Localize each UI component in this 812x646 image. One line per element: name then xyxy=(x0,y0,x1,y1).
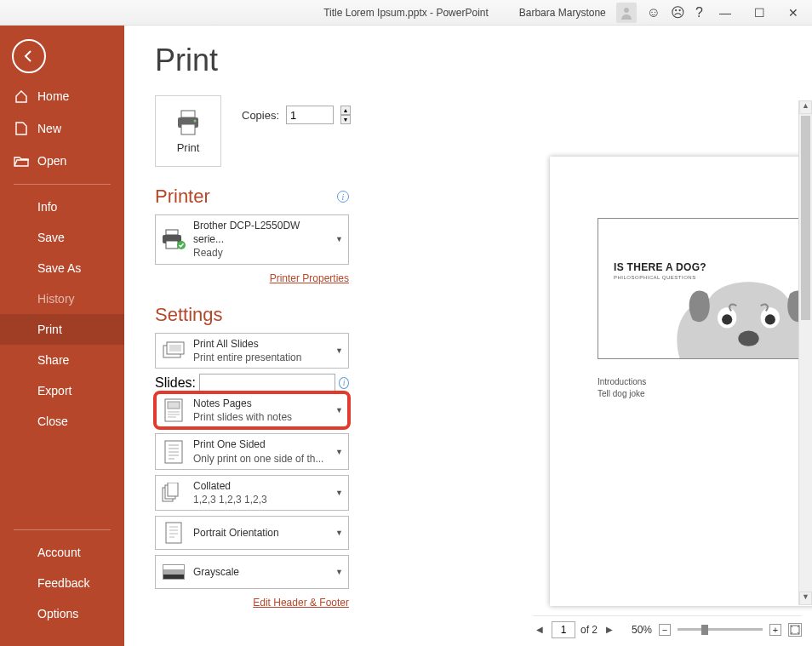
nav-history-label: History xyxy=(37,292,75,306)
dropdown-caret-icon: ▼ xyxy=(335,529,343,537)
happy-face-icon[interactable]: ☺ xyxy=(647,5,660,20)
print-preview-pane: IS THERE A DOG? PHILOSOPHICAL QUESTIONS xyxy=(550,100,788,605)
zoom-out-button[interactable]: − xyxy=(659,624,671,636)
nav-home-label: Home xyxy=(37,89,69,103)
minimize-button[interactable]: — xyxy=(713,6,737,20)
svg-rect-13 xyxy=(168,402,180,409)
user-avatar[interactable] xyxy=(616,3,637,23)
dropdown-caret-icon: ▼ xyxy=(335,448,343,456)
print-sides-sub: Only print on one side of th... xyxy=(193,452,329,466)
orientation-main: Portrait Orientation xyxy=(193,527,279,539)
help-icon[interactable]: ? xyxy=(695,5,703,20)
fit-to-window-button[interactable] xyxy=(788,623,802,637)
print-button-label: Print xyxy=(177,141,200,154)
nav-export[interactable]: Export xyxy=(0,375,124,406)
print-layout-dropdown[interactable]: Notes Pages Print slides with notes ▼ xyxy=(155,392,349,428)
print-sides-dropdown[interactable]: Print One Sided Only print on one side o… xyxy=(155,433,349,469)
zoom-in-button[interactable]: + xyxy=(769,624,781,636)
nav-save-as[interactable]: Save As xyxy=(0,253,124,283)
print-range-main: Print All Slides xyxy=(193,338,259,350)
notes-line-2: Tell dog joke xyxy=(598,388,646,400)
scroll-down-button[interactable]: ▼ xyxy=(799,592,812,605)
print-range-sub: Print entire presentation xyxy=(193,351,329,364)
svg-point-0 xyxy=(624,8,629,13)
copies-label: Copies: xyxy=(242,109,279,122)
svg-rect-3 xyxy=(181,124,195,134)
slides-stack-icon xyxy=(161,338,186,363)
zoom-controls: 50% − + xyxy=(632,623,802,637)
zoom-slider-thumb[interactable] xyxy=(701,625,708,635)
printer-device-icon xyxy=(161,226,186,252)
color-main: Grayscale xyxy=(193,566,239,578)
nav-options-label: Options xyxy=(37,607,78,620)
nav-info[interactable]: Info xyxy=(0,192,124,222)
nav-open[interactable]: Open xyxy=(0,145,124,177)
nav-share-label: Share xyxy=(37,353,69,367)
grayscale-icon xyxy=(161,559,186,585)
open-icon xyxy=(14,153,29,169)
color-dropdown[interactable]: Grayscale ▼ xyxy=(155,555,349,589)
printer-properties-link[interactable]: Printer Properties xyxy=(270,272,349,284)
orientation-dropdown[interactable]: Portrait Orientation ▼ xyxy=(155,516,349,550)
nav-new-label: New xyxy=(37,122,61,135)
nav-save-label: Save xyxy=(37,231,65,244)
printer-name: Brother DCP-L2550DW serie... xyxy=(193,220,300,245)
slides-input[interactable] xyxy=(199,374,335,392)
collate-sub: 1,2,3 1,2,3 1,2,3 xyxy=(193,493,329,506)
nav-options[interactable]: Options xyxy=(0,598,124,629)
next-page-button[interactable]: ▶ xyxy=(603,625,616,634)
prev-page-button[interactable]: ◀ xyxy=(533,625,546,634)
nav-print[interactable]: Print xyxy=(0,314,124,345)
svg-point-32 xyxy=(722,314,732,324)
preview-page: IS THERE A DOG? PHILOSOPHICAL QUESTIONS xyxy=(550,157,812,606)
home-icon xyxy=(14,89,29,104)
nav-save[interactable]: Save xyxy=(0,222,124,253)
nav-history[interactable]: History xyxy=(0,283,124,314)
dropdown-caret-icon: ▼ xyxy=(335,346,343,355)
slides-label: Slides: xyxy=(155,375,196,391)
print-button[interactable]: Print xyxy=(155,95,221,167)
nav-feedback[interactable]: Feedback xyxy=(0,568,124,598)
print-layout-sub: Print slides with notes xyxy=(193,410,329,424)
backstage-sidebar: Home New Open Info Save Save As History … xyxy=(0,26,124,646)
dropdown-caret-icon: ▼ xyxy=(335,489,343,497)
zoom-slider[interactable] xyxy=(678,628,763,631)
svg-rect-25 xyxy=(168,483,178,496)
copies-spin-down[interactable]: ▼ xyxy=(340,115,351,124)
svg-rect-2 xyxy=(181,111,195,117)
svg-point-35 xyxy=(738,331,758,346)
preview-scrollbar[interactable]: ▲ ▼ xyxy=(798,100,812,605)
dropdown-caret-icon: ▼ xyxy=(335,235,343,243)
slides-info-icon[interactable]: i xyxy=(339,377,349,389)
svg-point-4 xyxy=(194,119,197,122)
copies-spin-up[interactable]: ▲ xyxy=(340,106,351,115)
preview-slide: IS THERE A DOG? PHILOSOPHICAL QUESTIONS xyxy=(598,218,812,359)
nav-new[interactable]: New xyxy=(0,112,124,145)
edit-header-footer-link[interactable]: Edit Header & Footer xyxy=(253,597,349,609)
page-total-label: of 2 xyxy=(580,624,598,636)
zoom-percent-label: 50% xyxy=(632,624,652,636)
dog-image xyxy=(645,269,812,358)
nav-home[interactable]: Home xyxy=(0,80,124,112)
current-page-input[interactable] xyxy=(552,621,575,638)
scroll-up-button[interactable]: ▲ xyxy=(799,100,812,114)
nav-share[interactable]: Share xyxy=(0,345,124,375)
back-button[interactable] xyxy=(12,39,46,73)
collate-dropdown[interactable]: Collated 1,2,3 1,2,3 1,2,3 ▼ xyxy=(155,475,349,511)
nav-account[interactable]: Account xyxy=(0,537,124,568)
copies-input[interactable] xyxy=(286,106,334,124)
printer-info-icon[interactable]: i xyxy=(337,191,349,203)
svg-rect-26 xyxy=(166,523,181,543)
nav-close[interactable]: Close xyxy=(0,406,124,437)
printer-select-dropdown[interactable]: Brother DCP-L2550DW serie... Ready ▼ xyxy=(155,214,349,265)
print-range-dropdown[interactable]: Print All Slides Print entire presentati… xyxy=(155,333,349,369)
preview-bottom-bar: ◀ of 2 ▶ 50% − + xyxy=(533,615,802,639)
sad-face-icon[interactable]: ☹ xyxy=(671,4,685,20)
close-window-button[interactable]: ✕ xyxy=(781,6,805,20)
scroll-thumb[interactable] xyxy=(801,116,810,320)
preview-notes: Introductions Tell dog joke xyxy=(598,376,646,400)
nav-open-label: Open xyxy=(37,154,66,168)
maximize-button[interactable]: ☐ xyxy=(747,6,771,20)
nav-account-label: Account xyxy=(37,546,81,559)
notes-page-icon xyxy=(161,397,186,423)
